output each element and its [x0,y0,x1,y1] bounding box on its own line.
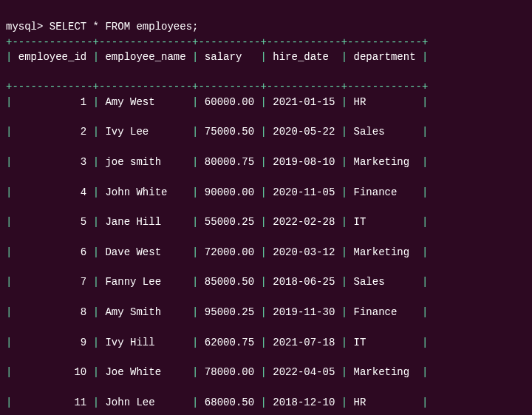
table-cell: 3 [12,156,92,168]
column-header: salary [198,51,260,63]
table-cell: John Lee [99,397,192,408]
table-row: | 7 | Fanny Lee | 85000.50 | 2018-06-25 … [6,274,528,289]
table-cell: 6 [12,246,92,258]
table-cell: 72000.00 [198,246,260,258]
column-header: employee_name [99,51,192,63]
table-cell: 2019-11-30 [267,306,341,318]
table-cell: Marketing [347,366,422,378]
table-cell: 2020-05-22 [267,126,341,138]
table-cell: 2020-03-12 [267,246,341,258]
table-cell: IT [347,216,422,228]
table-cell: 1 [12,96,92,108]
table-row: | 2 | Ivy Lee | 75000.50 | 2020-05-22 | … [6,124,528,139]
table-cell: Marketing [347,156,422,168]
table-cell: 2 [12,126,92,138]
table-cell: 68000.50 [198,397,260,408]
column-header: hire_date [267,51,341,63]
table-cell: 75000.50 [198,126,260,138]
table-cell: IT [347,337,422,348]
table-cell: Ivy Hill [99,337,192,348]
table-cell: HR [347,96,422,108]
table-cell: 90000.00 [198,186,260,198]
table-row: | 6 | Dave West | 72000.00 | 2020-03-12 … [6,245,528,260]
prompt-line: mysql> SELECT * FROM employees; [6,21,198,33]
table-cell: 2020-11-05 [267,186,341,198]
table-cell: Finance [347,306,422,318]
table-cell: 60000.00 [198,96,260,108]
table-cell: Sales [347,276,422,288]
sql-query: SELECT * FROM employees; [50,21,199,33]
table-cell: Sales [347,126,422,138]
table-cell: 5 [12,216,92,228]
table-cell: 4 [12,186,92,198]
table-row: | 3 | joe smith | 80000.75 | 2019-08-10 … [6,155,528,169]
table-cell: 2019-08-10 [267,156,341,168]
table-cell: Finance [347,186,422,198]
table-cell: Jane Hill [99,216,192,228]
table-cell: joe smith [99,156,192,168]
table-row: | 9 | Ivy Hill | 62000.75 | 2021-07-18 |… [6,335,528,350]
table-cell: 11 [12,397,92,408]
column-header: employee_id [12,51,92,63]
table-body: | 1 | Amy West | 60000.00 | 2021-01-15 |… [6,95,528,415]
table-cell: 10 [12,366,92,378]
table-cell: Dave West [99,246,192,258]
table-cell: 2018-12-10 [267,397,341,408]
table-cell: 2018-06-25 [267,276,341,288]
table-cell: Fanny Lee [99,276,192,288]
table-cell: 2022-04-05 [267,366,341,378]
table-border-top: +-------------+---------------+---------… [6,36,428,48]
table-row: | 4 | John White | 90000.00 | 2020-11-05… [6,185,528,200]
table-cell: 95000.25 [198,306,260,318]
table-cell: 2022-02-28 [267,216,341,228]
table-cell: 2021-01-15 [267,96,341,108]
table-cell: Joe White [99,366,192,378]
table-cell: John White [99,186,192,198]
table-cell: 9 [12,337,92,348]
table-cell: 55000.25 [198,216,260,228]
table-cell: 78000.00 [198,366,260,378]
table-row: | 1 | Amy West | 60000.00 | 2021-01-15 |… [6,95,528,109]
table-cell: 2021-07-18 [267,337,341,348]
terminal-output: mysql> SELECT * FROM employees; +-------… [0,0,532,415]
table-border-mid: +-------------+---------------+---------… [6,81,428,92]
column-header: department [347,51,422,63]
table-cell: 7 [12,276,92,288]
table-cell: Amy West [99,96,192,108]
table-cell: 85000.50 [198,276,260,288]
table-row: | 5 | Jane Hill | 55000.25 | 2022-02-28 … [6,215,528,229]
table-cell: 8 [12,306,92,318]
table-cell: Marketing [347,246,422,258]
table-cell: 80000.75 [198,156,260,168]
table-cell: Ivy Lee [99,126,192,138]
table-row: | 10 | Joe White | 78000.00 | 2022-04-05… [6,365,528,379]
table-header-row: | employee_id | employee_name | salary |… [6,50,528,64]
table-cell: HR [347,397,422,408]
table-row: | 8 | Amy Smith | 95000.25 | 2019-11-30 … [6,305,528,320]
mysql-prompt: mysql> [6,21,50,33]
table-row: | 11 | John Lee | 68000.50 | 2018-12-10 … [6,395,528,410]
table-cell: Amy Smith [99,306,192,318]
table-cell: 62000.75 [198,337,260,348]
